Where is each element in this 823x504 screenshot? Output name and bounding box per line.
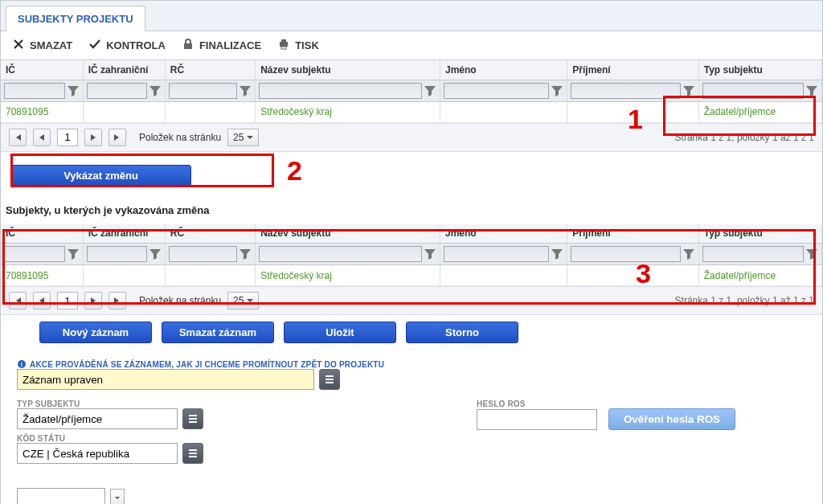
akce-input[interactable]: [17, 369, 314, 390]
pager-items-label: Položek na stránku: [139, 132, 221, 143]
pager-first[interactable]: [9, 129, 27, 146]
filter-icon[interactable]: [67, 248, 80, 260]
filter-icon[interactable]: [239, 248, 252, 260]
svg-rect-11: [189, 421, 197, 423]
svg-rect-6: [326, 375, 334, 377]
pager-next[interactable]: [84, 292, 102, 309]
subject-form: ! AKCE PROVÁDĚNÁ SE ZÁZNAMEM, JAK JI CHC…: [1, 350, 822, 504]
col-jm[interactable]: Jméno: [440, 60, 567, 80]
finalize-button[interactable]: FINALIZACE: [182, 38, 261, 53]
akce-picker-button[interactable]: [319, 369, 340, 390]
filter-icz[interactable]: [87, 83, 147, 99]
pager-page-input[interactable]: [57, 129, 78, 146]
filter-typ[interactable]: [702, 83, 804, 99]
col-rc[interactable]: RČ: [165, 224, 255, 244]
col-naz[interactable]: Název subjektu: [256, 224, 440, 244]
filter-pr[interactable]: [571, 83, 680, 99]
filter-naz[interactable]: [259, 83, 422, 99]
kod-picker-button[interactable]: [182, 443, 203, 464]
col-typ[interactable]: Typ subjektu: [698, 224, 821, 244]
typ-picker-button[interactable]: [182, 408, 203, 429]
col-pr[interactable]: Příjmení: [567, 224, 698, 244]
check-button[interactable]: KONTROLA: [88, 38, 166, 53]
chevron-down-icon[interactable]: [110, 489, 125, 504]
col-naz[interactable]: Název subjektu: [256, 60, 440, 80]
filter-icon[interactable]: [551, 248, 563, 260]
svg-rect-14: [189, 456, 197, 457]
save-button[interactable]: Uložit: [284, 322, 396, 343]
extra-input[interactable]: [17, 488, 105, 504]
subjects-table-2: IČ IČ zahraniční RČ Název subjektu Jméno…: [1, 224, 822, 287]
filter-jm[interactable]: [444, 246, 549, 262]
typ-input[interactable]: [17, 408, 178, 429]
filter-ic[interactable]: [4, 83, 65, 99]
pager-prev[interactable]: [33, 292, 51, 309]
col-icz[interactable]: IČ zahraniční: [83, 60, 165, 80]
filter-icon[interactable]: [67, 84, 80, 97]
pager-items-label: Položek na stránku: [139, 295, 221, 306]
pager-next[interactable]: [84, 129, 102, 146]
filter-pr[interactable]: [571, 246, 680, 262]
required-icon: !: [17, 359, 27, 369]
col-ic[interactable]: IČ: [1, 60, 83, 80]
pager-info: Stránka 1 z 1, položky 1 až 1 z 1: [675, 132, 814, 143]
col-typ[interactable]: Typ subjektu: [698, 60, 821, 80]
filter-icon[interactable]: [805, 84, 818, 97]
filter-icon[interactable]: [149, 84, 162, 97]
filter-icon[interactable]: [551, 84, 563, 97]
cancel-button[interactable]: Storno: [406, 322, 518, 343]
pager-prev[interactable]: [33, 129, 51, 146]
filter-icon[interactable]: [805, 248, 818, 260]
pager-last[interactable]: [109, 292, 126, 309]
pager-page-input[interactable]: [57, 292, 78, 309]
svg-rect-8: [326, 382, 334, 383]
pager-1: Položek na stránku 25 Stránka 1 z 1, pol…: [1, 123, 822, 152]
col-pr[interactable]: Příjmení: [567, 60, 698, 80]
filter-icon[interactable]: [682, 248, 695, 260]
print-button[interactable]: TISK: [277, 38, 319, 53]
pager-info: Stránka 1 z 1, položky 1 až 1 z 1: [675, 295, 814, 306]
filter-icon[interactable]: [424, 84, 436, 97]
svg-rect-10: [189, 418, 197, 420]
pager-first[interactable]: [9, 292, 27, 309]
filter-icon[interactable]: [239, 84, 252, 97]
filter-typ[interactable]: [702, 246, 804, 262]
label: SMAZAT: [30, 39, 72, 51]
svg-rect-2: [281, 39, 286, 42]
filter-jm[interactable]: [444, 83, 549, 99]
filter-icon[interactable]: [149, 248, 162, 260]
filter-rc[interactable]: [169, 246, 237, 262]
svg-rect-7: [326, 379, 334, 380]
section-title: Subjekty, u kterých je vykazována změna: [1, 196, 822, 224]
tab-subjekty[interactable]: SUBJEKTY PROJEKTU: [6, 6, 145, 31]
filter-icz[interactable]: [87, 246, 147, 262]
col-rc[interactable]: RČ: [165, 60, 255, 80]
filter-icon[interactable]: [682, 84, 695, 97]
kod-input[interactable]: [17, 443, 178, 464]
cell-ic: 70891095: [6, 106, 48, 117]
subjects-table-1: IČ IČ zahraniční RČ Název subjektu Jméno…: [1, 60, 822, 123]
tab-label: SUBJEKTY PROJEKTU: [18, 13, 133, 25]
pager-items-select[interactable]: 25: [227, 292, 259, 309]
filter-ic[interactable]: [4, 246, 65, 262]
pager-items-select[interactable]: 25: [227, 129, 259, 146]
delete-record-button[interactable]: Smazat záznam: [162, 322, 274, 343]
filter-rc[interactable]: [169, 83, 237, 99]
col-icz[interactable]: IČ zahraniční: [83, 224, 165, 244]
col-ic[interactable]: IČ: [1, 224, 83, 244]
cell-naz: Středočeský kraj: [260, 270, 332, 281]
table-row[interactable]: 70891095 Středočeský kraj Žadatel/příjem…: [1, 101, 822, 122]
filter-icon[interactable]: [424, 248, 436, 260]
overeni-hesla-button[interactable]: Ověření hesla ROS: [608, 408, 735, 430]
table-row[interactable]: 70891095 Středočeský kraj Žadatel/příjem…: [1, 265, 822, 286]
col-jm[interactable]: Jméno: [440, 224, 567, 244]
vykazat-zmenu-button[interactable]: Vykázat změnu: [10, 165, 191, 186]
heslo-input[interactable]: [477, 409, 597, 430]
new-record-button[interactable]: Nový záznam: [39, 322, 152, 343]
svg-text:!: !: [21, 361, 23, 368]
record-action-bar: Nový záznam Smazat záznam Uložit Storno: [1, 315, 822, 350]
delete-button[interactable]: SMAZAT: [12, 38, 72, 53]
lock-icon: [182, 38, 194, 53]
pager-last[interactable]: [109, 129, 126, 146]
filter-naz[interactable]: [259, 246, 422, 262]
